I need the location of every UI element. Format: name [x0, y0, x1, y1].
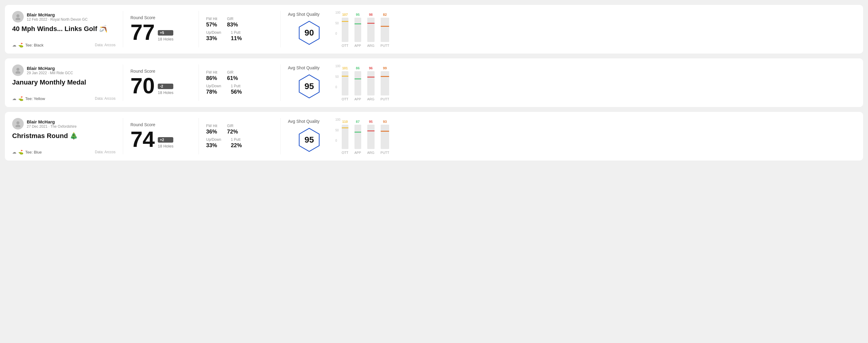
golf-icon: ⛳: [18, 150, 23, 154]
weather-icon: ☁: [12, 42, 17, 48]
holes-label: 18 Holes: [158, 90, 173, 95]
y-label: 0: [335, 32, 341, 35]
round-title: Christmas Round 🎄: [12, 132, 116, 140]
bar-background: [367, 18, 375, 42]
quality-label: Avg Shot Quality: [288, 119, 319, 124]
score-section: Round Score 74 +2 18 Holes: [130, 118, 191, 154]
stat-updown-value: 33%: [206, 35, 221, 42]
vertical-divider: [280, 64, 281, 101]
svg-point-1: [16, 18, 20, 20]
tee-info: ☁ ⛳ Tee: Black: [12, 42, 43, 48]
chart-x-label: ARG: [367, 151, 375, 154]
quality-label: Avg Shot Quality: [288, 12, 319, 17]
stat-one-putt: 1 Putt 22%: [231, 137, 242, 149]
stats-row-top: FW Hit 36% GIR 72%: [206, 124, 273, 135]
bar-background: [381, 71, 390, 95]
tee-label: Tee: Black: [25, 43, 43, 48]
tee-info: ☁ ⛳ Tee: Yellow: [12, 96, 45, 101]
stats-row-bottom: Up/Down 78% 1 Putt 56%: [206, 84, 273, 95]
y-label: 50: [335, 129, 341, 132]
chart-x-label: PUTT: [381, 97, 390, 101]
stat-fw-hit-value: 86%: [206, 75, 217, 82]
score-diff-badge: +5: [158, 30, 173, 36]
bar-background: [342, 71, 348, 95]
stat-fw-hit-label: FW Hit: [206, 70, 217, 74]
y-label: 100: [335, 11, 341, 14]
avatar: [12, 11, 24, 23]
stat-one-putt-value: 56%: [231, 89, 242, 95]
weather-icon: ☁: [12, 96, 17, 101]
vertical-divider: [198, 118, 199, 154]
bar-area: [381, 18, 390, 42]
chart-x-label: OTT: [342, 97, 348, 101]
bar-background: [354, 125, 361, 149]
bar-area: [367, 18, 375, 42]
user-name: Blair McHarg: [27, 119, 76, 124]
quality-score: 90: [304, 28, 314, 38]
round-score-label: Round Score: [130, 122, 191, 127]
card-left: Blair McHarg 29 Jan 2022 · Mill Ride GCC…: [12, 64, 116, 101]
bar-line: [381, 76, 390, 77]
chart-y-labels: 100500: [335, 118, 342, 142]
stat-one-putt-label: 1 Putt: [231, 30, 242, 35]
bar-chart-wrapper: 100500 107 OTT 95 APP 98: [335, 11, 856, 48]
stat-one-putt-value: 11%: [231, 35, 242, 42]
stat-updown-value: 78%: [206, 89, 221, 95]
chart-column: 110 OTT: [342, 120, 348, 154]
score-diff-badge: +2: [158, 137, 173, 143]
round-score-label: Round Score: [130, 69, 191, 73]
chart-x-label: APP: [354, 44, 361, 48]
user-name: Blair McHarg: [27, 66, 73, 71]
tee-label: Tee: Yellow: [25, 96, 45, 101]
bar-line: [354, 79, 361, 80]
user-date: 29 Jan 2022 · Mill Ride GCC: [27, 71, 73, 75]
tee-label: Tee: Blue: [25, 150, 42, 154]
svg-point-3: [16, 71, 20, 73]
stats-row-bottom: Up/Down 33% 1 Putt 11%: [206, 30, 273, 42]
round-score-label: Round Score: [130, 15, 191, 20]
stat-gir: GIR 72%: [227, 124, 238, 135]
bar-chart: 110 OTT 87 APP 95: [342, 118, 390, 154]
score-row: 70 -2 18 Holes: [130, 75, 191, 97]
chart-top-label: 99: [383, 66, 387, 70]
tee-info: ☁ ⛳ Tee: Blue: [12, 150, 42, 154]
chart-section: 100500 110 OTT 87 APP 95: [331, 118, 856, 154]
chart-section: 100500 101 OTT 86 APP 96: [331, 64, 856, 101]
chart-y-labels: 100500: [335, 64, 342, 89]
chart-x-label: APP: [354, 97, 361, 101]
user-icon: [14, 67, 21, 73]
bar-chart: 107 OTT 95 APP 98: [342, 11, 390, 48]
bar-area: [342, 71, 348, 95]
svg-point-5: [16, 125, 20, 127]
stat-gir-value: 72%: [227, 129, 238, 135]
user-row: Blair McHarg 12 Feb 2022 · Royal North D…: [12, 11, 116, 23]
stat-gir-value: 83%: [227, 22, 238, 28]
stats-section: FW Hit 36% GIR 72% Up/Down 33% 1 Putt 22…: [206, 118, 273, 154]
chart-column: 107 OTT: [342, 13, 348, 48]
bar-area: [342, 125, 348, 149]
chart-column: 82 PUTT: [381, 13, 390, 48]
score-number: 74: [130, 128, 155, 150]
golf-icon: ⛳: [18, 96, 23, 101]
y-label: 0: [335, 139, 341, 142]
score-number: 70: [130, 75, 155, 97]
stat-fw-hit-value: 36%: [206, 129, 217, 135]
quality-section: Avg Shot Quality 95: [288, 64, 331, 101]
stat-updown-label: Up/Down: [206, 137, 221, 142]
y-label: 100: [335, 64, 341, 68]
stat-one-putt-value: 22%: [231, 142, 242, 149]
chart-column: 98 ARG: [367, 13, 375, 48]
data-source: Data: Arccos: [95, 43, 116, 47]
score-number: 77: [130, 21, 155, 43]
chart-x-label: APP: [354, 151, 361, 154]
user-icon: [14, 13, 21, 20]
quality-score: 95: [304, 82, 314, 91]
y-label: 50: [335, 75, 341, 79]
user-info: Blair McHarg 27 Dec 2021 · The Oxfordshi…: [27, 119, 76, 129]
bar-chart-wrapper: 100500 101 OTT 86 APP 96: [335, 64, 856, 101]
quality-label: Avg Shot Quality: [288, 65, 319, 70]
score-badge-col: +2 18 Holes: [158, 137, 173, 150]
round-card: Blair McHarg 29 Jan 2022 · Mill Ride GCC…: [5, 58, 863, 107]
bar-line: [342, 127, 348, 128]
user-icon: [14, 120, 21, 127]
